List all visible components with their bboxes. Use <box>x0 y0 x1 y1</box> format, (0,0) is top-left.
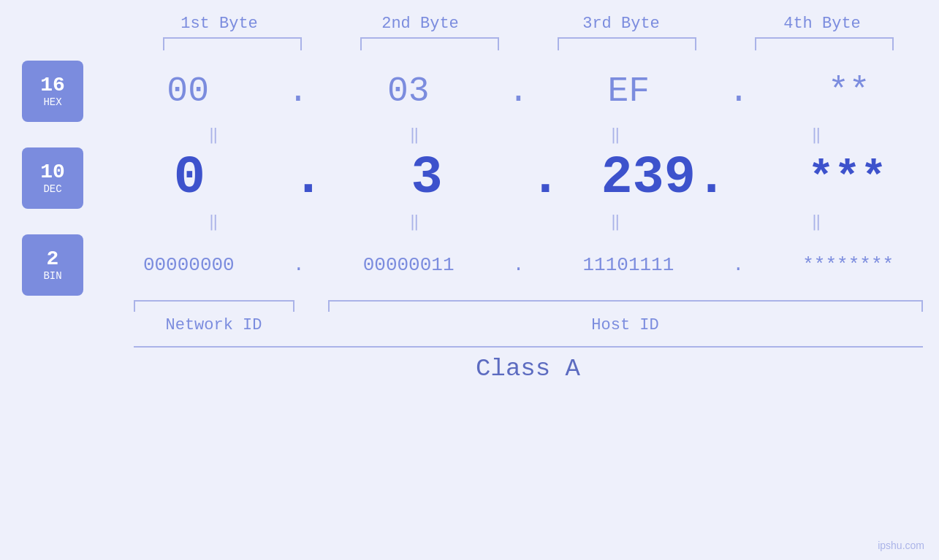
eq2-b2: ‖ <box>334 212 495 231</box>
bin-b4-cell: ******** <box>768 254 929 276</box>
dec-badge: 10 DEC <box>22 147 83 209</box>
eq1-b3: ‖ <box>535 125 696 145</box>
bracket-b2 <box>360 37 499 50</box>
byte-headers: 1st Byte 2nd Byte 3rd Byte 4th Byte <box>119 0 923 33</box>
bin-dot3: . <box>729 254 747 276</box>
bracket-b1 <box>163 37 302 50</box>
hex-bytes: 00 . 03 . EF . ** <box>98 72 939 111</box>
bin-b4: ******** <box>802 254 894 276</box>
bin-bytes: 00000000 . 00000011 . 11101111 . *******… <box>98 254 939 276</box>
hex-dot1: . <box>288 72 309 111</box>
equals-row-2: ‖ ‖ ‖ ‖ <box>113 209 917 234</box>
dec-bytes: 0 . 3 . 239. *** <box>98 148 939 208</box>
hex-b4: ** <box>828 72 870 111</box>
class-label: Class A <box>476 355 580 383</box>
hex-b4-cell: ** <box>769 72 930 111</box>
eq2-b4: ‖ <box>736 212 897 231</box>
hex-b1-cell: 00 <box>107 72 268 111</box>
hex-b1: 00 <box>167 72 209 111</box>
watermark: ipshu.com <box>878 540 924 551</box>
hex-b2-cell: 03 <box>328 72 489 111</box>
hex-b3-cell: EF <box>548 72 709 111</box>
byte1-header: 1st Byte <box>139 15 300 33</box>
bin-badge-number: 2 <box>47 248 59 271</box>
dec-badge-label: DEC <box>43 183 61 195</box>
class-label-container: Class A <box>134 355 923 383</box>
main-container: 1st Byte 2nd Byte 3rd Byte 4th Byte 16 H… <box>0 0 939 560</box>
bin-dot2: . <box>510 254 528 276</box>
dec-b3-cell: 239. <box>584 148 745 208</box>
bin-dot1: . <box>290 254 308 276</box>
dec-b2: 3 <box>411 148 442 208</box>
eq1-b2: ‖ <box>334 125 495 145</box>
eq2-b1: ‖ <box>133 212 294 231</box>
hex-dot3: . <box>729 72 750 111</box>
bracket-b3 <box>558 37 696 50</box>
bin-badge-label: BIN <box>43 270 61 282</box>
equals-row-1: ‖ ‖ ‖ ‖ <box>113 122 917 147</box>
bin-b1-cell: 00000000 <box>108 254 269 276</box>
bin-row: 2 BIN 00000000 . 00000011 . 11101111 . *… <box>0 234 939 296</box>
byte4-header: 4th Byte <box>742 15 902 33</box>
hex-badge-number: 16 <box>40 74 65 97</box>
dec-b3: 239. <box>601 148 727 208</box>
eq2-b3: ‖ <box>535 212 696 231</box>
bin-badge: 2 BIN <box>22 234 83 296</box>
hex-b2: 03 <box>387 72 430 111</box>
dec-b1: 0 <box>174 148 205 208</box>
bottom-brackets <box>134 300 923 312</box>
network-id-bracket <box>134 300 294 312</box>
byte3-header: 3rd Byte <box>541 15 702 33</box>
bin-b2: 00000011 <box>363 254 455 276</box>
network-host-labels: Network ID Host ID <box>134 316 923 334</box>
hex-badge: 16 HEX <box>22 61 83 122</box>
hex-b3: EF <box>607 72 650 111</box>
dec-b1-cell: 0 <box>109 148 270 208</box>
dec-row: 10 DEC 0 . 3 . 239. *** <box>0 147 939 209</box>
byte2-header: 2nd Byte <box>340 15 501 33</box>
dec-dot1: . <box>292 148 324 208</box>
top-brackets <box>134 37 923 50</box>
hex-row: 16 HEX 00 . 03 . EF . ** <box>0 61 939 122</box>
bracket-b4 <box>755 37 894 50</box>
bin-b1: 00000000 <box>143 254 235 276</box>
dec-dot2: . <box>530 148 561 208</box>
bin-b2-cell: 00000011 <box>328 254 489 276</box>
class-bottom-line <box>134 346 923 348</box>
bin-b3-cell: 11101111 <box>548 254 709 276</box>
dec-b4: *** <box>808 153 887 203</box>
dec-badge-number: 10 <box>40 161 65 184</box>
host-id-label: Host ID <box>328 316 923 334</box>
bin-b3: 11101111 <box>582 254 674 276</box>
hex-dot2: . <box>508 72 529 111</box>
dec-b4-cell: *** <box>767 153 928 203</box>
network-id-label: Network ID <box>134 316 294 334</box>
host-id-bracket <box>328 300 923 312</box>
eq1-b4: ‖ <box>736 125 897 145</box>
dec-b2-cell: 3 <box>346 148 507 208</box>
hex-badge-label: HEX <box>43 96 61 108</box>
eq1-b1: ‖ <box>133 125 294 145</box>
